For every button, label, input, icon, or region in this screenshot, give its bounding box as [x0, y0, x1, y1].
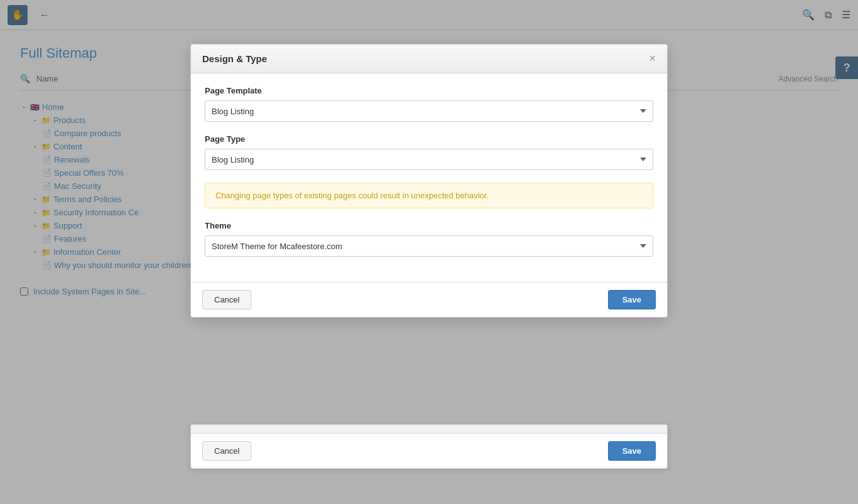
warning-box: Changing page types of existing pages co…	[205, 183, 653, 208]
modal-bottom-footer: Cancel Save	[191, 434, 667, 468]
modal-close-button[interactable]: ×	[649, 52, 656, 65]
page-template-group: Page Template Blog Listing Standard Home…	[205, 86, 653, 122]
modal-body-outer: Page Template Blog Listing Standard Home…	[191, 73, 667, 282]
modal-title: Design & Type	[202, 53, 267, 64]
theme-group: Theme StoreM Theme for Mcafeestore.com D…	[205, 221, 653, 257]
page-template-select[interactable]: Blog Listing Standard Home Page Landing …	[205, 100, 653, 122]
modal-header: Design & Type ×	[191, 45, 667, 73]
page-type-group: Page Type Blog Listing Standard Home Pag…	[205, 134, 653, 170]
page-template-label: Page Template	[205, 86, 653, 95]
modal-bottom: Cancel Save	[190, 424, 668, 469]
page-type-select[interactable]: Blog Listing Standard Home Page	[205, 149, 653, 170]
page-type-label: Page Type	[205, 134, 653, 144]
theme-select[interactable]: StoreM Theme for Mcafeestore.com Default…	[205, 235, 653, 257]
warning-text: Changing page types of existing pages co…	[215, 191, 489, 200]
save-button[interactable]: Save	[608, 290, 656, 309]
modal-footer: Cancel Save	[191, 282, 667, 317]
modal-body: Page Template Blog Listing Standard Home…	[191, 73, 667, 282]
bottom-cancel-button[interactable]: Cancel	[202, 441, 251, 461]
modal-bottom-scrollbar[interactable]	[191, 425, 667, 434]
theme-label: Theme	[205, 221, 653, 230]
design-type-modal: Design & Type × Page Template Blog Listi…	[190, 44, 668, 318]
cancel-button[interactable]: Cancel	[202, 290, 251, 309]
bottom-save-button[interactable]: Save	[608, 441, 656, 461]
